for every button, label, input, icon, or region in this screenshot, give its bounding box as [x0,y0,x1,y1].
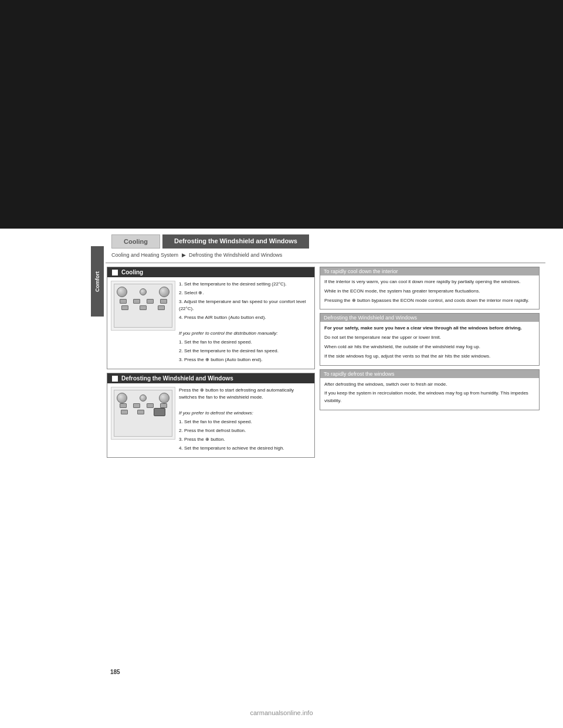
ctrl-btn-2 [133,299,140,304]
watermark: carmanualsonline.info [250,709,313,716]
cooling-section-header: Cooling [107,267,314,277]
rapid-cool-box: To rapidly cool down the interior If the… [320,267,540,309]
sidebar-label: Comfort [94,271,100,292]
defrost-header-square-icon [112,376,118,382]
rapid-defrost-text2: If you keep the system in recirculation … [324,390,535,405]
rapid-cool-text2: While in the ECON mode, the system has g… [324,288,535,295]
tab-cooling[interactable]: Cooling [111,234,160,249]
defrost-button-row-1 [117,403,169,408]
defrost-info-body: For your safety, make sure you have a cl… [320,322,539,365]
cooling-manual-step1: 1. Set the fan to the desired speed. [179,339,311,346]
rapid-defrost-header: To rapidly defrost the windows [320,370,539,378]
cooling-manual-step3: 3. Press the ⊕ button (Auto button end). [179,356,311,363]
top-dark-area [0,0,563,229]
defrost-info-text3: If the side windows fog up, adjust the v… [324,353,535,360]
defrost-center-btn [140,394,147,402]
defrost-info-text1: Do not set the temperature near the uppe… [324,334,535,342]
main-content: Cooling [107,267,545,461]
cooling-step3: 3. Adjust the temperature and fan speed … [179,298,311,312]
defrost-left-knob [117,393,127,403]
defrost-ctrl-btn-1 [120,403,127,408]
right-column: To rapidly cool down the interior If the… [320,267,540,461]
rapid-cool-text3: Pressing the ⊕ button bypasses the ECON … [324,297,535,305]
defrost-knob-row [117,393,169,403]
defrost-manual-step1: 1. Set the fan to the desired speed. [179,419,311,426]
cooling-section-body: 1. Set the temperature to the desired se… [107,277,314,369]
ctrl-btn-3 [147,299,154,304]
tab-defrost[interactable]: Defrosting the Windshield and Windows [162,234,309,249]
left-column: Cooling [107,267,315,461]
defrost-ctrl-btn-4 [160,403,167,408]
breadcrumb-part1: Cooling and Heating System [111,252,178,258]
cooling-controls [114,284,172,328]
defrost-header-label: Defrosting the Windshield and Windows [121,375,233,382]
cooling-section-text: 1. Set the temperature to the desired se… [179,281,311,365]
center-btn [140,288,147,295]
defrost-note-header: If you prefer to defrost the windows: [179,410,311,417]
cooling-manual-step2: 2. Set the temperature to the desired fa… [179,348,311,355]
defrost-info-text2: When cold air hits the windshield, the o… [324,343,535,351]
cooling-header-label: Cooling [121,269,143,275]
defrost-ctrl-btn-3 [147,403,154,408]
header-tabs: Cooling Defrosting the Windshield and Wi… [111,234,309,249]
page-container: Comfort Cooling Defrosting the Windshiel… [0,0,563,728]
breadcrumb-part2: Defrosting the Windshield and Windows [189,252,282,258]
defrost-section-header: Defrosting the Windshield and Windows [107,373,314,383]
defrost-info-header: Defrosting the Windshield and Windows [320,314,539,322]
ctrl-btn-5 [121,305,128,310]
rapid-cool-text1: If the interior is very warm, you can co… [324,278,535,286]
page-number: 185 [110,669,120,675]
ctrl-btn-7 [158,305,165,310]
defrost-right-knob [159,393,169,403]
rapid-defrost-box: To rapidly defrost the windows After def… [320,369,540,410]
knob-row-1 [117,287,169,297]
defrost-step1: Press the ⊕ button to start defrosting a… [179,387,311,401]
defrost-ctrl-btn-5 [121,410,128,414]
cooling-step1: 1. Set the temperature to the desired se… [179,281,311,288]
defrost-manual-step3: 3. Press the ⊕ button. [179,436,311,443]
sidebar-tab: Comfort [91,246,104,317]
defrost-manual-step2: 2. Press the front defrost button. [179,427,311,434]
defrost-info-box: Defrosting the Windshield and Windows Fo… [320,313,540,365]
divider [106,263,545,263]
rapid-defrost-body: After defrosting the windows, switch ove… [320,378,539,410]
button-row-1 [117,299,169,304]
button-row-2 [117,305,169,310]
rapid-defrost-text1: After defrosting the windows, switch ove… [324,381,535,389]
cooling-section: Cooling [107,267,315,369]
defrost-controls [114,390,172,437]
defrost-control-image [111,387,175,440]
defrost-special-btn [154,408,165,416]
left-knob [117,287,127,297]
rapid-cool-body: If the interior is very warm, you can co… [320,275,539,309]
defrost-section-body: Press the ⊕ button to start defrosting a… [107,383,314,457]
defrost-button-row-2 [117,408,169,416]
cooling-step4: 4. Press the AIR button (Auto button end… [179,314,311,321]
defrost-ctrl-btn-2 [133,403,140,408]
ctrl-btn-6 [140,305,147,310]
right-knob [159,287,169,297]
cooling-note-header: If you prefer to control the distributio… [179,330,311,337]
header-square-icon [112,270,118,275]
rapid-cool-header: To rapidly cool down the interior [320,267,539,275]
cooling-step2: 2. Select ⊕. [179,290,311,297]
defrost-info-bold: For your safety, make sure you have a cl… [324,325,535,332]
defrost-section: Defrosting the Windshield and Windows [107,373,315,458]
defrost-section-text: Press the ⊕ button to start defrosting a… [179,387,311,454]
ctrl-btn-4 [160,299,167,304]
breadcrumb-sep: ▶ [182,252,186,258]
defrost-manual-step4: 4. Set the temperature to achieve the de… [179,445,311,452]
breadcrumb: Cooling and Heating System ▶ Defrosting … [111,252,282,258]
cooling-control-image [111,281,175,331]
defrost-ctrl-btn-6 [137,410,144,414]
ctrl-btn-1 [120,299,127,304]
